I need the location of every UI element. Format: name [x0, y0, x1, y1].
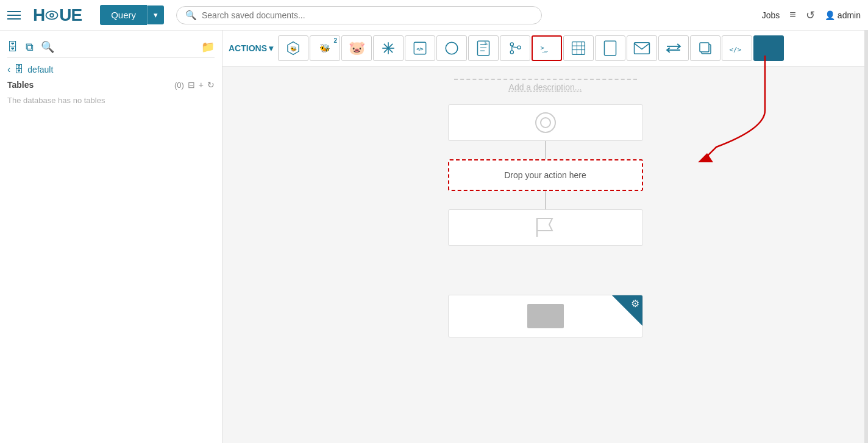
- search-icon: 🔍: [185, 10, 197, 21]
- settings-node-body: [527, 304, 564, 328]
- start-node: [448, 104, 643, 141]
- top-nav: H UE Query ▾ 🔍 Jobs ≡ ↺ 👤 admin: [0, 0, 868, 31]
- file-icon: [603, 40, 617, 57]
- folder-icon[interactable]: 📁: [201, 40, 215, 54]
- connector-line-2: [545, 191, 546, 209]
- action-copy-btn[interactable]: [690, 35, 720, 61]
- pig-icon: 🐷: [349, 40, 365, 56]
- flow-icon: [380, 40, 396, 56]
- git-icon: [507, 40, 523, 56]
- action-xml-btn[interactable]: </>: [722, 35, 752, 61]
- svg-text:🐝: 🐝: [319, 43, 330, 54]
- svg-rect-25: [635, 43, 650, 54]
- filter-icon[interactable]: ⊟: [188, 80, 195, 90]
- sidebar: 🗄 ⧉ 🔍 📁 ‹ 🗄 default Tables (0) ⊟ + ↻ The…: [0, 31, 222, 443]
- hive2-icon: 🐝: [317, 40, 333, 56]
- nav-right: Jobs ≡ ↺ 👤 admin: [762, 9, 861, 22]
- end-node-icon: [531, 215, 560, 240]
- list-icon[interactable]: ≡: [789, 9, 796, 21]
- action-pig-btn[interactable]: 🐷: [341, 35, 372, 61]
- hamburger-menu[interactable]: [7, 11, 21, 20]
- action-circle-btn[interactable]: [436, 35, 467, 61]
- actions-title[interactable]: ACTIONS ▾: [229, 43, 273, 53]
- drop-zone-text: Drop your action here: [504, 170, 586, 180]
- settings-node[interactable]: ⚙: [448, 295, 643, 337]
- description-placeholder[interactable]: Add a description...: [509, 82, 582, 92]
- action-hive2-btn[interactable]: 🐝 2: [310, 35, 340, 61]
- sidebar-toolbar: 🗄 ⧉ 🔍 📁: [7, 37, 215, 58]
- action-code-btn[interactable]: </>: [405, 35, 435, 61]
- workflow-wrapper: Add a description...: [247, 79, 844, 337]
- mail-icon: [633, 41, 650, 55]
- document-icon: [477, 40, 490, 57]
- copy-icon: [698, 41, 713, 56]
- logo-text2: UE: [59, 5, 82, 25]
- settings-gear-icon: ⚙: [631, 298, 639, 309]
- description-area: Add a description...: [454, 79, 637, 92]
- svg-text:</>: </>: [416, 46, 424, 52]
- main-content: ACTIONS ▾ 🐝 🐝 2 🐷: [222, 31, 868, 443]
- action-mail-btn[interactable]: [627, 35, 657, 61]
- action-arrows-btn[interactable]: [658, 35, 689, 61]
- drop-zone[interactable]: Drop your action here: [448, 159, 643, 191]
- xml-icon: </>: [728, 41, 745, 55]
- svg-rect-24: [604, 41, 616, 55]
- action-document-btn[interactable]: [468, 35, 499, 61]
- svg-point-12: [446, 42, 458, 54]
- database-icon[interactable]: 🗄: [7, 41, 18, 54]
- svg-point-31: [536, 113, 555, 132]
- svg-rect-13: [477, 41, 489, 55]
- svg-point-14: [510, 43, 513, 46]
- db-breadcrumb: ‹ 🗄 default: [7, 64, 215, 75]
- start-node-icon: [533, 110, 558, 135]
- svg-text:>_: >_: [541, 44, 549, 52]
- hive-icon: 🐝: [285, 40, 301, 56]
- db-icon: 🗄: [14, 64, 24, 75]
- svg-text:</>: </>: [730, 46, 742, 54]
- search-input[interactable]: [202, 10, 533, 20]
- circle-icon: [444, 40, 460, 56]
- drop-zone-container: Drop your action here: [448, 159, 643, 191]
- admin-link[interactable]: 👤 admin: [825, 10, 861, 20]
- no-tables-message: The database has no tables: [7, 93, 215, 107]
- color-block[interactable]: [753, 35, 784, 61]
- jobs-label[interactable]: Jobs: [762, 10, 780, 20]
- action-file-btn[interactable]: [595, 35, 625, 61]
- tables-row: Tables (0) ⊟ + ↻: [7, 80, 215, 90]
- description-dashes: [454, 79, 637, 80]
- query-dropdown-button[interactable]: ▾: [147, 5, 164, 24]
- code-icon: </>: [412, 40, 428, 56]
- hue-logo: H UE: [33, 5, 82, 25]
- svg-marker-33: [698, 153, 713, 162]
- action-git-btn[interactable]: [500, 35, 530, 61]
- hive2-badge: 2: [333, 37, 337, 44]
- connector-line-1: [545, 141, 546, 159]
- workflow-canvas: Add a description...: [222, 67, 868, 433]
- arrows-icon: [665, 41, 682, 55]
- search-icon[interactable]: 🔍: [41, 40, 54, 54]
- action-terminal-btn[interactable]: _ >_: [532, 35, 562, 61]
- refresh-icon[interactable]: ↻: [207, 80, 215, 90]
- search-box: 🔍: [176, 6, 542, 24]
- tables-label: Tables: [7, 80, 174, 90]
- actions-dropdown-icon: ▾: [269, 43, 273, 53]
- svg-rect-19: [572, 42, 585, 55]
- query-button[interactable]: Query: [100, 5, 147, 25]
- svg-point-16: [518, 46, 521, 49]
- add-table-icon[interactable]: +: [199, 80, 204, 90]
- admin-icon: 👤: [825, 10, 835, 20]
- logo-eye-icon: [45, 10, 59, 21]
- action-flow-btn[interactable]: [373, 35, 404, 61]
- action-hive-btn[interactable]: 🐝: [278, 35, 308, 61]
- db-name[interactable]: default: [27, 65, 53, 74]
- action-grid-btn[interactable]: [563, 35, 594, 61]
- tables-count: (0): [174, 81, 184, 90]
- back-icon[interactable]: ‹: [7, 64, 10, 75]
- copy-icon[interactable]: ⧉: [26, 41, 34, 54]
- svg-point-32: [541, 118, 550, 128]
- logo-text: H: [33, 5, 44, 25]
- actions-bar: ACTIONS ▾ 🐝 🐝 2 🐷: [222, 31, 868, 67]
- history-icon[interactable]: ↺: [806, 9, 815, 22]
- end-node: [448, 209, 643, 246]
- svg-text:🐝: 🐝: [290, 45, 297, 52]
